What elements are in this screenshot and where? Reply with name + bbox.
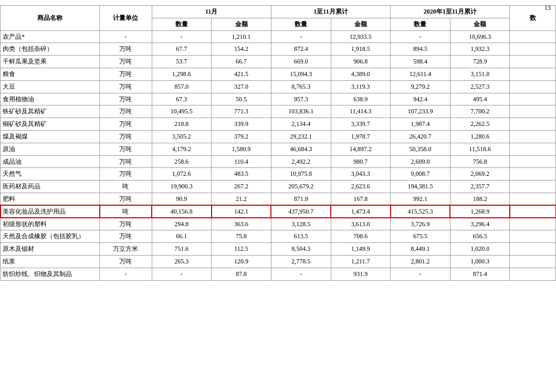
cell-value: 931.9	[331, 268, 391, 280]
cell-value: 3,613.0	[331, 218, 391, 230]
cell-name: 医药材及药品	[1, 181, 100, 193]
col-header-nov: 11月	[152, 6, 271, 18]
cell-value: 495.4	[450, 93, 510, 105]
cell-value: 194,381.5	[391, 181, 450, 193]
cell-value: 1,000.3	[450, 255, 510, 268]
cell-value: 万吨	[100, 218, 152, 230]
cell-value: 50,358.0	[391, 143, 450, 155]
cell-value: 14,897.2	[331, 143, 391, 155]
cell-value: 12,611.4	[391, 68, 450, 80]
cell-value: 19,900.3	[152, 181, 212, 193]
cell-value: 9,008.7	[391, 168, 450, 181]
cell-value: 327.0	[212, 80, 271, 93]
table-row: 食用植物油万吨67.350.5957.3638.9942.4495.4	[1, 93, 556, 105]
cell-value: -	[271, 268, 331, 280]
cell-value: 872.4	[271, 43, 331, 56]
cell-value	[510, 43, 556, 56]
cell-value: 1,268.9	[450, 205, 510, 218]
cell-value	[510, 193, 556, 205]
cell-name: 成品油	[1, 155, 100, 168]
cell-value: 120.9	[212, 255, 271, 268]
cell-value: -	[152, 268, 212, 280]
cell-value: 67.3	[152, 93, 212, 105]
cell-value: 103,836.1	[271, 105, 331, 118]
cell-value	[510, 181, 556, 193]
cell-value: 483.5	[212, 168, 271, 181]
cell-name: 天然及合成橡胶（包括胶乳）	[1, 230, 100, 243]
cell-value: 871.9	[271, 193, 331, 205]
page-container: 13 商品名称 计量单位 11月 1至11月累计 2020年1至11月累计 数 …	[0, 0, 556, 392]
cell-value: 万吨	[100, 168, 152, 181]
cell-value: 万吨	[100, 105, 152, 118]
cell-value: 1,987.4	[391, 118, 450, 131]
data-table: 商品名称 计量单位 11月 1至11月累计 2020年1至11月累计 数 数量 …	[0, 5, 556, 281]
cell-value: 10,975.8	[271, 168, 331, 181]
cell-value: 12,933.5	[331, 30, 391, 43]
cell-value: 万吨	[100, 68, 152, 80]
cell-value	[510, 93, 556, 105]
cell-value: 9,279.2	[391, 80, 450, 93]
cell-name: 原木及锯材	[1, 243, 100, 256]
cell-value: 218.8	[152, 118, 212, 131]
cell-value: 771.3	[212, 105, 271, 118]
table-row: 铜矿砂及其精矿万吨218.8339.92,134.43,339.71,987.4…	[1, 118, 556, 131]
cell-value	[510, 56, 556, 68]
cell-value: 万吨	[100, 255, 152, 268]
cell-value: 142.1	[212, 205, 271, 218]
cell-value: 46,684.3	[271, 143, 331, 155]
cell-name: 大豆	[1, 80, 100, 93]
cell-name: 煤及褐煤	[1, 130, 100, 143]
cell-value: 4,179.2	[152, 143, 212, 155]
table-row: 肥料万吨90.921.2871.9167.8992.1188.2	[1, 193, 556, 205]
table-row: 原油万吨4,179.21,580.946,684.314,897.250,358…	[1, 143, 556, 155]
cell-value: 894.5	[391, 43, 450, 56]
cell-value: 2,134.4	[271, 118, 331, 131]
col-header-unit: 计量单位	[100, 6, 152, 31]
cell-value: 4,389.0	[331, 68, 391, 80]
cell-value: 267.2	[212, 181, 271, 193]
table-row: 纸浆万吨265.3120.92,778.51,211.72,801.21,000…	[1, 255, 556, 268]
cell-value	[510, 155, 556, 168]
cell-value: 万吨	[100, 118, 152, 131]
cell-value: 415,525.3	[391, 205, 450, 218]
cell-value: 756.8	[450, 155, 510, 168]
table-row: 肉类（包括杂碎）万吨67.7154.2872.41,918.5894.51,93…	[1, 43, 556, 56]
col-header-y2020: 2020年1至11月累计	[391, 6, 510, 18]
table-row: 大豆万吨857.0327.08,765.33,119.39,279.22,527…	[1, 80, 556, 93]
table-row: 纺织纱线、织物及其制品--87.8-931.9-871.4	[1, 268, 556, 280]
cell-name: 农产品*	[1, 30, 100, 43]
col-header-jan-nov: 1至11月累计	[271, 6, 390, 18]
cell-value: 294.8	[152, 218, 212, 230]
cell-value: -	[391, 30, 450, 43]
cell-value	[510, 130, 556, 143]
cell-value: 751.6	[152, 243, 212, 256]
cell-value: 188.2	[450, 193, 510, 205]
table-row: 天然气万吨1,072.6483.510,975.83,043.39,008.72…	[1, 168, 556, 181]
cell-value: 66.7	[212, 56, 271, 68]
cell-value: 669.0	[271, 56, 331, 68]
highlighted-table-row: 美容化妆品及洗护用品吨40,156.8142.1437,950.71,473.4…	[1, 205, 556, 218]
cell-value: 708.6	[331, 230, 391, 243]
cell-value: 吨	[100, 181, 152, 193]
table-row: 农产品*--1,210.1-12,933.5-10,696.3	[1, 30, 556, 43]
cell-value: 87.8	[212, 268, 271, 280]
cell-value: 598.4	[391, 56, 450, 68]
cell-value: 67.7	[152, 43, 212, 56]
cell-value: 1,149.9	[331, 243, 391, 256]
cell-value: 万吨	[100, 56, 152, 68]
cell-value: 吨	[100, 205, 152, 218]
cell-value: 906.8	[331, 56, 391, 68]
cell-value: 3,726.9	[391, 218, 450, 230]
cell-value	[510, 255, 556, 268]
cell-name: 食用植物油	[1, 93, 100, 105]
cell-value: 15,094.3	[271, 68, 331, 80]
cell-value: 2,778.5	[271, 255, 331, 268]
cell-name: 铜矿砂及其精矿	[1, 118, 100, 131]
cell-value: 2,262.5	[450, 118, 510, 131]
table-row: 天然及合成橡胶（包括胶乳）万吨66.175.8613.5708.6675.565…	[1, 230, 556, 243]
table-row: 医药材及药品吨19,900.3267.2205,679.22,623.6194,…	[1, 181, 556, 193]
cell-value: 3,043.3	[331, 168, 391, 181]
cell-value	[510, 68, 556, 80]
cell-name: 美容化妆品及洗护用品	[1, 205, 100, 218]
table-row: 原木及锯材万立方米751.6112.58,504.31,149.98,449.1…	[1, 243, 556, 256]
